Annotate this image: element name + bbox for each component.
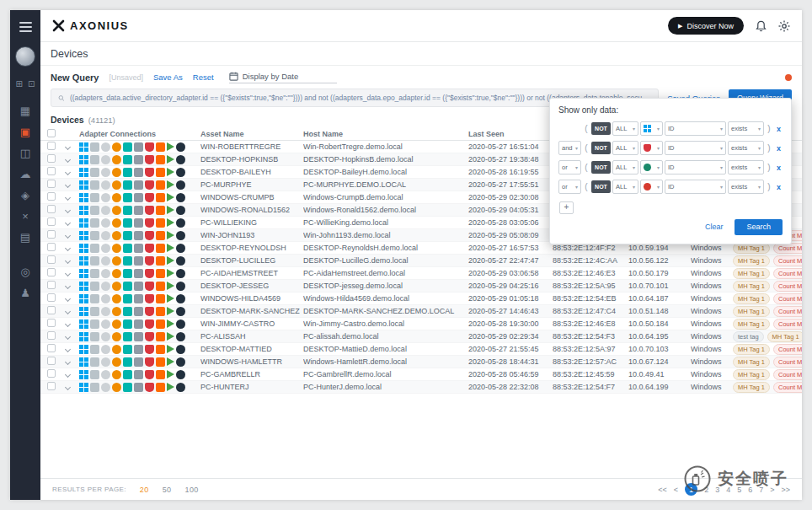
row-checkbox[interactable]	[47, 154, 56, 163]
adapter-dropdown[interactable]: ▾	[640, 141, 663, 155]
expand-chevron-icon[interactable]	[65, 309, 71, 314]
expand-chevron-icon[interactable]	[65, 271, 71, 276]
expand-chevron-icon[interactable]	[65, 359, 71, 365]
table-row[interactable]: PC-AIDAHEMSTREETPC-AidaHemstreet.demo.lo…	[40, 267, 802, 280]
asset-name-cell[interactable]: DESKTOP-MARK-SANCHEZ	[200, 307, 303, 315]
expand-chevron-icon[interactable]	[65, 334, 71, 340]
remove-condition-button[interactable]: x	[774, 183, 783, 191]
bell-icon[interactable]	[756, 20, 767, 32]
tag-chip[interactable]: MH Tag 1	[733, 369, 770, 380]
asset-name-cell[interactable]: WIN-JOHN1193	[200, 231, 303, 239]
asset-name-cell[interactable]: PC-HUNTERJ	[200, 383, 303, 391]
pagination-item[interactable]: <<	[658, 486, 667, 494]
panel-icon[interactable]: ⊞	[16, 79, 23, 89]
operator-dropdown[interactable]: exists▾	[728, 121, 764, 136]
asset-name-cell[interactable]: DESKTOP-JESSEG	[200, 282, 303, 290]
avatar[interactable]	[15, 46, 35, 67]
column-header[interactable]: Last Seen	[468, 130, 553, 138]
not-toggle[interactable]: NOT	[591, 180, 611, 193]
row-checkbox[interactable]	[47, 331, 56, 340]
page-size-option[interactable]: 100	[184, 486, 198, 494]
open-bracket[interactable]: (	[583, 163, 590, 172]
column-header[interactable]: Adapter Connections	[79, 130, 200, 138]
asset-name-cell[interactable]: WINDOWS-RONALD1562	[200, 206, 303, 214]
asset-name-cell[interactable]: PC-AIDAHEMSTREET	[200, 269, 303, 277]
row-checkbox[interactable]	[47, 357, 56, 365]
asset-name-cell[interactable]: WIN-ROBERTTREGRE	[200, 142, 303, 151]
asset-name-cell[interactable]: PC-WILLIEKING	[200, 218, 303, 227]
page-size-option[interactable]: 20	[140, 486, 149, 494]
tag-chip[interactable]: MH Tag 1	[733, 306, 770, 317]
pagination-item[interactable]: 6	[748, 486, 752, 494]
table-row[interactable]: PC-GAMBRELLRPC-GambrellR.demo.local2020-…	[40, 368, 802, 381]
adapter-dropdown[interactable]: ▾	[640, 180, 663, 194]
row-checkbox[interactable]	[47, 192, 56, 201]
field-dropdown[interactable]: ID▾	[665, 141, 726, 155]
pagination-item[interactable]: 2	[704, 486, 708, 494]
tag-chip[interactable]: MH Tag 1	[733, 357, 770, 368]
enforcement-center-icon[interactable]: ◈	[10, 190, 40, 201]
asset-name-cell[interactable]: WIN-JIMMY-CASTRO	[200, 319, 303, 328]
operator-dropdown[interactable]: exists▾	[728, 180, 764, 194]
column-header[interactable]: Asset Name	[200, 130, 303, 138]
instances-icon[interactable]: ◎	[10, 266, 40, 278]
tag-chip[interactable]: MH Tag 1	[733, 319, 770, 330]
pagination-item[interactable]: 1	[685, 483, 697, 496]
asset-name-cell[interactable]: WINDOWS-HILDA4569	[200, 294, 303, 303]
row-checkbox[interactable]	[47, 243, 56, 251]
asset-name-cell[interactable]: DESKTOP-REYNOLDSH	[200, 244, 303, 252]
tag-chip[interactable]: MH Tag 1	[733, 293, 770, 304]
row-checkbox[interactable]	[47, 344, 56, 352]
row-checkbox[interactable]	[47, 369, 56, 378]
expand-chevron-icon[interactable]	[65, 207, 71, 213]
pagination-item[interactable]: >	[770, 486, 774, 494]
table-row[interactable]: DESKTOP-LUCILLEGDESKTOP-LucilleG.demo.lo…	[40, 255, 802, 267]
account-icon[interactable]: ♟	[10, 287, 40, 299]
tag-chip[interactable]: Count Meraki	[773, 344, 802, 355]
not-toggle[interactable]: NOT	[591, 122, 611, 135]
open-bracket[interactable]: (	[583, 182, 590, 191]
expand-chevron-icon[interactable]	[65, 372, 71, 378]
tag-chip[interactable]: Count Meraki	[773, 306, 802, 317]
reports-icon[interactable]: ▤	[10, 232, 40, 244]
table-row[interactable]: WINDOWS-HAMLETTRWindows-HamlettR.demo.lo…	[40, 356, 802, 368]
table-row[interactable]: PC-HUNTERJPC-HunterJ.demo.local2020-05-2…	[40, 381, 802, 394]
expand-chevron-icon[interactable]	[65, 245, 71, 251]
pin-icon[interactable]: ⊡	[28, 79, 35, 89]
remove-condition-button[interactable]: x	[774, 164, 783, 172]
not-toggle[interactable]: NOT	[591, 142, 611, 154]
adapter-dropdown[interactable]: ▾	[640, 160, 663, 174]
row-checkbox[interactable]	[47, 167, 56, 175]
tag-chip[interactable]: MH Tag 1	[733, 382, 770, 393]
asset-name-cell[interactable]: DESKTOP-MATTIED	[200, 345, 303, 353]
expand-chevron-icon[interactable]	[65, 169, 71, 175]
pagination-item[interactable]: 7	[759, 486, 763, 494]
operator-dropdown[interactable]: exists▾	[728, 160, 764, 174]
wizard-search-button[interactable]: Search	[735, 219, 783, 235]
table-row[interactable]: DESKTOP-MARK-SANCHEZDESKTOP-MARK-SANCHEZ…	[40, 305, 802, 318]
save-as-link[interactable]: Save As	[153, 72, 183, 82]
pagination-item[interactable]: 3	[715, 486, 719, 494]
expand-chevron-icon[interactable]	[65, 195, 71, 201]
table-row[interactable]: DESKTOP-MATTIEDDESKTOP-MattieD.demo.loca…	[40, 343, 802, 356]
expand-chevron-icon[interactable]	[65, 283, 71, 289]
pagination-item[interactable]: 4	[726, 486, 730, 494]
adapters-icon[interactable]: ×	[10, 211, 40, 223]
expand-chevron-icon[interactable]	[65, 233, 71, 239]
expand-chevron-icon[interactable]	[65, 321, 71, 327]
row-checkbox[interactable]	[47, 180, 56, 188]
open-bracket[interactable]: (	[583, 143, 590, 153]
discover-now-button[interactable]: ▶ Discover Now	[668, 17, 744, 35]
asset-name-cell[interactable]: PC-ALISSAH	[200, 332, 303, 341]
table-row[interactable]: DESKTOP-JESSEGDESKTOP-jesseg.demo.local2…	[40, 280, 802, 293]
tag-chip[interactable]: MH Tag 1	[767, 331, 802, 342]
cloud-icon[interactable]: ☁	[10, 169, 40, 180]
row-checkbox[interactable]	[47, 293, 56, 302]
asset-name-cell[interactable]: DESKTOP-HOPKINSB	[200, 155, 303, 164]
close-bracket[interactable]: )	[766, 143, 772, 153]
tag-chip[interactable]: test tag	[733, 331, 764, 342]
row-checkbox[interactable]	[47, 230, 56, 239]
tag-chip[interactable]: MH Tag 1	[733, 268, 770, 279]
display-by-date-field[interactable]: Display by Date	[229, 72, 338, 83]
select-all-checkbox[interactable]	[47, 129, 56, 137]
